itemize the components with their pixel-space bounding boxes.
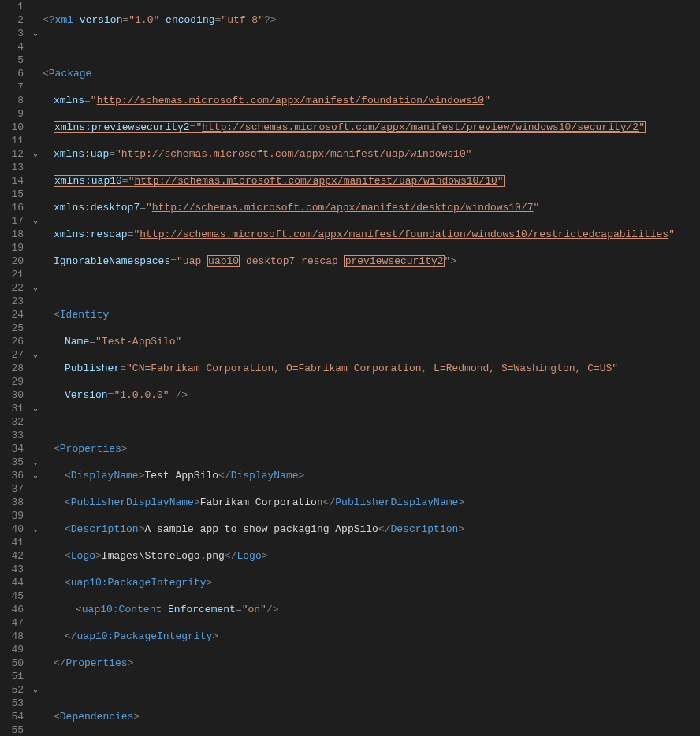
fold-chevron-icon[interactable]: ⌄ <box>30 683 41 697</box>
line-number: 17 <box>6 214 24 228</box>
line-number: 35 <box>6 455 24 469</box>
line-number: 38 <box>6 496 24 509</box>
code-editor-content: <?xml version="1.0" encoding="utf-8"?> <… <box>41 0 700 736</box>
line-number: 24 <box>6 308 24 322</box>
code-line: <Properties> <box>43 442 700 455</box>
line-number-gutter: 1234567891011121314151617181920212223242… <box>0 0 30 736</box>
line-number: 13 <box>6 161 24 174</box>
code-line: <DisplayName>Test AppSilo</DisplayName> <box>43 469 700 482</box>
fold-chevron-icon[interactable]: ⌄ <box>30 27 41 40</box>
code-line: <Description>A sample app to show packag… <box>43 522 700 536</box>
fold-chevron-icon[interactable]: ⌄ <box>30 469 41 482</box>
line-number: 1 <box>6 0 24 13</box>
line-number: 25 <box>6 322 24 335</box>
line-number: 30 <box>6 388 24 402</box>
line-number: 23 <box>6 295 24 308</box>
code-line: xmlns:previewsecurity2="http://schemas.m… <box>43 121 700 134</box>
line-number: 55 <box>6 723 24 736</box>
fold-chevron-icon[interactable]: ⌄ <box>30 522 41 536</box>
code-line <box>43 40 700 54</box>
line-number: 42 <box>6 549 24 563</box>
line-number: 27 <box>6 348 24 362</box>
code-line: </uap10:PackageIntegrity> <box>43 630 700 643</box>
line-number: 32 <box>6 415 24 429</box>
line-number: 21 <box>6 268 24 281</box>
code-line: <Package <box>43 67 700 80</box>
line-number: 41 <box>6 536 24 549</box>
fold-chevron-icon[interactable]: ⌄ <box>30 214 41 228</box>
line-number: 31 <box>6 402 24 415</box>
line-number: 8 <box>6 94 24 107</box>
line-number: 19 <box>6 241 24 255</box>
line-number: 15 <box>6 188 24 201</box>
code-line: <Logo>Images\StoreLogo.png</Logo> <box>43 549 700 563</box>
line-number: 26 <box>6 335 24 348</box>
line-number: 10 <box>6 121 24 134</box>
line-number: 39 <box>6 509 24 522</box>
line-number: 29 <box>6 375 24 388</box>
fold-chevron-icon[interactable]: ⌄ <box>30 147 41 161</box>
line-number: 49 <box>6 643 24 656</box>
line-number: 52 <box>6 683 24 697</box>
code-line: <PublisherDisplayName>Fabrikam Corporati… <box>43 496 700 509</box>
line-number: 7 <box>6 80 24 94</box>
fold-gutter: ⌄⌄⌄⌄⌄⌄⌄⌄⌄⌄ <box>30 0 41 736</box>
code-line <box>43 415 700 429</box>
line-number: 22 <box>6 281 24 295</box>
line-number: 51 <box>6 670 24 683</box>
line-number: 4 <box>6 40 24 54</box>
line-number: 20 <box>6 255 24 268</box>
code-line: </Properties> <box>43 656 700 670</box>
line-number: 11 <box>6 134 24 147</box>
line-number: 50 <box>6 656 24 670</box>
code-line: xmlns:rescap="http://schemas.microsoft.c… <box>43 228 700 241</box>
line-number: 16 <box>6 201 24 214</box>
fold-chevron-icon[interactable]: ⌄ <box>30 348 41 362</box>
code-line: xmlns:uap="http://schemas.microsoft.com/… <box>43 147 700 161</box>
line-number: 5 <box>6 54 24 67</box>
code-line: xmlns="http://schemas.microsoft.com/appx… <box>43 94 700 107</box>
code-line: Name="Test-AppSilo" <box>43 335 700 348</box>
line-number: 34 <box>6 442 24 455</box>
line-number: 37 <box>6 482 24 496</box>
code-line <box>43 683 700 697</box>
line-number: 12 <box>6 147 24 161</box>
line-number: 18 <box>6 228 24 241</box>
code-line: <uap10:PackageIntegrity> <box>43 576 700 589</box>
line-number: 9 <box>6 107 24 121</box>
code-line: IgnorableNamespaces="uap uap10 desktop7 … <box>43 255 700 268</box>
line-number: 28 <box>6 362 24 375</box>
line-number: 33 <box>6 429 24 442</box>
line-number: 14 <box>6 174 24 188</box>
line-number: 54 <box>6 710 24 723</box>
line-number: 48 <box>6 630 24 643</box>
code-line: <uap10:Content Enforcement="on"/> <box>43 603 700 616</box>
line-number: 47 <box>6 616 24 630</box>
code-line <box>43 281 700 295</box>
fold-chevron-icon[interactable]: ⌄ <box>30 455 41 469</box>
line-number: 45 <box>6 589 24 603</box>
line-number: 2 <box>6 13 24 27</box>
line-number: 36 <box>6 469 24 482</box>
code-line: xmlns:desktop7="http://schemas.microsoft… <box>43 201 700 214</box>
code-line: Publisher="CN=Fabrikam Corporation, O=Fa… <box>43 362 700 375</box>
line-number: 43 <box>6 563 24 576</box>
line-number: 53 <box>6 697 24 710</box>
line-number: 3 <box>6 27 24 40</box>
line-number: 40 <box>6 522 24 536</box>
code-line: <Identity <box>43 308 700 322</box>
code-line: Version="1.0.0.0" /> <box>43 388 700 402</box>
code-line: <Dependencies> <box>43 710 700 723</box>
fold-chevron-icon[interactable]: ⌄ <box>30 281 41 295</box>
fold-chevron-icon[interactable]: ⌄ <box>30 402 41 415</box>
code-line: xmlns:uap10="http://schemas.microsoft.co… <box>43 174 700 188</box>
code-line: <?xml version="1.0" encoding="utf-8"?> <box>43 13 700 27</box>
line-number: 6 <box>6 67 24 80</box>
line-number: 44 <box>6 576 24 589</box>
line-number: 46 <box>6 603 24 616</box>
